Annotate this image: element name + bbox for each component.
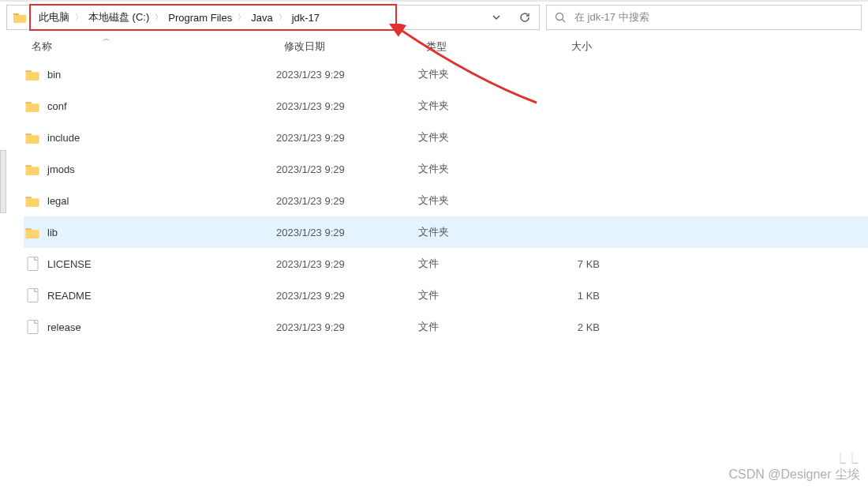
table-row[interactable]: LICENSE2023/1/23 9:29文件7 KB bbox=[24, 248, 868, 280]
crumb-4[interactable]: jdk-17 bbox=[289, 12, 323, 24]
file-size: 2 KB bbox=[513, 321, 600, 333]
toolbar: 此电脑〉 本地磁盘 (C:)〉 Program Files〉 Java〉 jdk… bbox=[0, 0, 868, 35]
table-row[interactable]: legal2023/1/23 9:29文件夹 bbox=[24, 185, 868, 216]
file-icon bbox=[24, 320, 41, 334]
file-size: 1 KB bbox=[513, 290, 600, 302]
search-input[interactable]: 在 jdk-17 中搜索 bbox=[546, 5, 862, 30]
svg-rect-3 bbox=[28, 289, 38, 302]
svg-rect-2 bbox=[28, 257, 38, 271]
watermark-text: CSDN @Designer 尘埃 bbox=[729, 467, 861, 483]
table-row[interactable]: conf2023/1/23 9:29文件夹 bbox=[24, 90, 868, 122]
file-name: release bbox=[47, 321, 276, 333]
file-type: 文件 bbox=[418, 257, 513, 271]
file-icon bbox=[24, 257, 41, 271]
file-date: 2023/1/23 9:29 bbox=[276, 69, 418, 81]
crumb-2[interactable]: Program Files bbox=[165, 12, 235, 24]
file-type: 文件夹 bbox=[418, 193, 513, 208]
svg-point-0 bbox=[556, 13, 563, 20]
folder-icon bbox=[24, 100, 41, 112]
file-type: 文件夹 bbox=[418, 67, 513, 81]
location-icon bbox=[10, 12, 29, 23]
file-type: 文件夹 bbox=[418, 225, 513, 239]
header-size[interactable]: 大小 bbox=[513, 39, 600, 54]
search-placeholder: 在 jdk-17 中搜索 bbox=[574, 10, 649, 24]
header-name[interactable]: 名称 bbox=[24, 39, 276, 54]
table-row[interactable]: include2023/1/23 9:29文件夹 bbox=[24, 122, 868, 153]
file-type: 文件夹 bbox=[418, 99, 513, 113]
file-date: 2023/1/23 9:29 bbox=[276, 258, 418, 270]
file-name: legal bbox=[47, 195, 276, 207]
file-icon bbox=[24, 288, 41, 302]
file-type: 文件夹 bbox=[418, 130, 513, 145]
file-name: LICENSE bbox=[47, 258, 276, 270]
table-row[interactable]: lib2023/1/23 9:29文件夹 bbox=[24, 216, 868, 248]
folder-icon bbox=[24, 195, 41, 207]
crumb-1[interactable]: 本地磁盘 (C:) bbox=[85, 10, 152, 24]
window-top-edge bbox=[0, 0, 868, 2]
chevron-right-icon: 〉 bbox=[276, 12, 289, 23]
svg-rect-4 bbox=[28, 321, 38, 334]
file-type: 文件夹 bbox=[418, 162, 513, 176]
file-name: conf bbox=[47, 100, 276, 112]
file-name: bin bbox=[47, 69, 276, 81]
file-date: 2023/1/23 9:29 bbox=[276, 290, 418, 302]
file-date: 2023/1/23 9:29 bbox=[276, 227, 418, 238]
file-type: 文件 bbox=[418, 320, 513, 334]
file-size: 7 KB bbox=[513, 258, 600, 270]
file-name: include bbox=[47, 132, 276, 144]
history-dropdown-button[interactable] bbox=[482, 6, 511, 29]
svg-line-1 bbox=[563, 19, 566, 22]
search-icon bbox=[555, 12, 567, 24]
chevron-right-icon: 〉 bbox=[235, 12, 248, 23]
crumb-3[interactable]: Java bbox=[248, 12, 275, 24]
table-row[interactable]: jmods2023/1/23 9:29文件夹 bbox=[24, 153, 868, 185]
table-row[interactable]: README2023/1/23 9:29文件1 KB bbox=[24, 280, 868, 311]
file-list: bin2023/1/23 9:29文件夹conf2023/1/23 9:29文件… bbox=[0, 58, 868, 343]
watermark-decor: ⎿⎿ bbox=[835, 452, 859, 464]
folder-icon bbox=[24, 132, 41, 144]
file-date: 2023/1/23 9:29 bbox=[276, 163, 418, 175]
crumb-0[interactable]: 此电脑 bbox=[36, 10, 73, 24]
address-bar[interactable]: 此电脑〉 本地磁盘 (C:)〉 Program Files〉 Java〉 jdk… bbox=[6, 5, 540, 30]
table-row[interactable]: release2023/1/23 9:29文件2 KB bbox=[24, 311, 868, 343]
chevron-right-icon: 〉 bbox=[73, 12, 85, 23]
header-date[interactable]: 修改日期 bbox=[276, 39, 418, 54]
folder-icon bbox=[24, 227, 41, 238]
file-date: 2023/1/23 9:29 bbox=[276, 321, 418, 333]
file-name: lib bbox=[47, 227, 276, 238]
breadcrumb: 此电脑〉 本地磁盘 (C:)〉 Program Files〉 Java〉 jdk… bbox=[29, 6, 482, 29]
folder-icon bbox=[24, 69, 41, 81]
file-type: 文件 bbox=[418, 288, 513, 302]
file-name: README bbox=[47, 290, 276, 302]
file-date: 2023/1/23 9:29 bbox=[276, 195, 418, 207]
sort-indicator-icon: ︿ bbox=[103, 33, 110, 44]
header-type[interactable]: 类型 bbox=[418, 39, 513, 54]
file-name: jmods bbox=[47, 163, 276, 175]
column-headers: ︿ 名称 修改日期 类型 大小 bbox=[0, 35, 868, 58]
file-date: 2023/1/23 9:29 bbox=[276, 100, 418, 112]
folder-icon bbox=[24, 163, 41, 175]
table-row[interactable]: bin2023/1/23 9:29文件夹 bbox=[24, 58, 868, 90]
chevron-right-icon: 〉 bbox=[152, 12, 165, 23]
left-pane-edge[interactable] bbox=[0, 150, 6, 213]
refresh-button[interactable] bbox=[511, 6, 539, 29]
file-date: 2023/1/23 9:29 bbox=[276, 132, 418, 144]
